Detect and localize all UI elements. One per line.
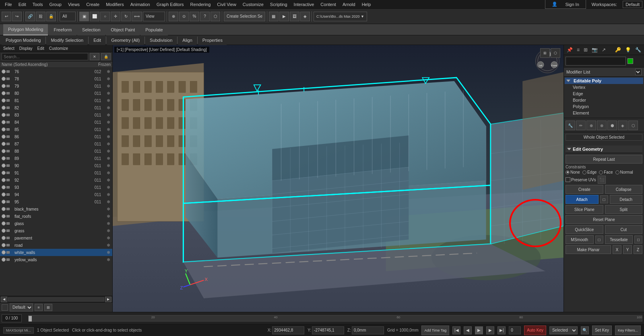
sub-tab-polygon-modeling[interactable]: Polygon Modeling [2,35,45,45]
rp-tool-6[interactable]: ◈ [618,121,627,130]
rp-tool-5[interactable]: ⬢ [607,121,617,130]
menu-animation[interactable]: Animation [127,1,153,8]
list-item[interactable]: 90 011 ❄ [0,162,112,169]
modifier-element[interactable]: Element [565,110,643,116]
play-button[interactable]: ▶ [475,326,483,334]
search-button[interactable]: 🔍 [581,326,589,334]
viewport-maximize-btn[interactable]: ⊞ [540,48,550,58]
go-start-button[interactable]: |◀ [452,326,460,334]
scene-frozen-column-header[interactable]: Frozen [87,62,111,67]
list-item[interactable]: 83 011 ❄ [0,111,112,119]
scene-search-input[interactable] [2,53,88,60]
prev-frame-button[interactable]: ◀ [464,326,472,334]
list-item-grass[interactable]: grass ❄ [0,227,112,234]
sub-tab-modify-selection[interactable]: Modify Selection [47,35,87,45]
timeline-track[interactable]: 0 20 40 60 80 100 [28,315,642,322]
scroll-right-btn[interactable]: ▶ [105,297,111,302]
list-item-yellow-walls[interactable]: yellow_walls ❄ [0,256,112,263]
layer-icon-btn-2[interactable]: ⊞ [44,304,52,311]
menu-file[interactable]: File [2,1,15,8]
lasso-button[interactable]: ○ [100,12,110,21]
frame-counter-input[interactable] [509,326,521,334]
list-item[interactable]: 91 011 ❄ [0,169,112,176]
rp-tool-4[interactable]: ⊗ [597,121,607,130]
set-key-button[interactable]: Set Key [592,326,612,335]
repeat-last-button[interactable]: Repeat Last [566,155,642,164]
menu-graph-editors[interactable]: Graph Editors [153,1,187,8]
scene-edit-btn[interactable]: Edit [36,46,46,51]
list-item[interactable]: 87 011 ❄ [0,140,112,148]
x-coord-input[interactable] [272,326,304,334]
timeline-thumb[interactable] [29,316,32,322]
link-button[interactable]: 🔗 [25,12,35,21]
xyz-z-button[interactable]: Z [634,245,642,254]
menu-scripting[interactable]: Scripting [267,1,291,8]
list-item[interactable]: 80 011 ❄ [0,90,112,97]
rotate-button[interactable]: ↻ [121,12,131,21]
redo-button[interactable]: ↪ [12,12,22,21]
constraint-normal[interactable]: Normal [615,170,633,174]
collapse-button[interactable]: Collapse [605,185,643,194]
reset-plane-button[interactable]: Reset Plane [566,215,642,224]
display-icon[interactable]: 💡 [624,47,632,53]
menu-rendering[interactable]: Rendering [187,1,214,8]
next-frame-button[interactable]: ▶ [486,326,494,334]
menu-tools[interactable]: Tools [29,1,46,8]
list-item[interactable]: 95 011 ❄ [0,198,112,205]
select-icon[interactable]: ↗ [601,47,607,53]
spinner-snap-button[interactable]: ? [200,12,210,21]
list-item[interactable]: 88 011 ❄ [0,148,112,155]
key-filters-button[interactable]: Key Filters... [615,326,641,335]
menu-group[interactable]: Group [46,1,65,8]
sub-tab-properties[interactable]: Properties [198,35,227,45]
create-selection-set-button[interactable]: Create Selection Se [224,12,265,21]
list-item[interactable]: 82 011 ❄ [0,104,112,111]
constraint-face[interactable]: Face [599,170,613,174]
rp-tool-7[interactable]: ⬡ [628,121,638,130]
utilities-icon[interactable]: 🔧 [634,47,642,53]
list-item-road[interactable]: road ❄ [0,242,112,249]
scroll-left-btn[interactable]: ◀ [1,297,7,302]
workspace-selector[interactable]: Default [623,1,642,8]
list-item-glass[interactable]: glass ❄ [0,220,112,227]
render-button[interactable]: ▶ [279,12,289,21]
ribbon-tab-freeform[interactable]: Freeform [49,24,76,35]
list-item[interactable]: 92 011 ❄ [0,176,112,184]
list-item-pavement[interactable]: pavement ❄ [0,234,112,242]
scene-customize-btn[interactable]: Customize [47,46,70,51]
scale-button[interactable]: ⟺ [132,12,142,21]
menu-views[interactable]: Views [65,1,83,8]
add-time-tag-button[interactable]: Add Time Tag [421,326,449,335]
y-coord-input[interactable] [312,326,344,334]
list-item[interactable]: 81 011 ❄ [0,97,112,104]
list-item[interactable]: 78 011 ❄ [0,75,112,82]
rp-tool-1[interactable]: 🔧 [566,121,575,130]
list-item[interactable]: 85 011 ❄ [0,126,112,133]
modifier-editable-poly[interactable]: Editable Poly [565,78,643,84]
view-selector[interactable]: View [143,12,165,21]
layer-select[interactable]: Default [10,303,33,311]
bind-button[interactable]: 🔒 [46,12,56,21]
menu-arnold[interactable]: Arnold [339,1,359,8]
rp-tool-2[interactable]: ✏ [576,121,586,130]
ribbon-tab-selection[interactable]: Selection [77,24,105,35]
xyz-y-button[interactable]: Y [623,245,632,254]
camera-icon[interactable]: 📷 [590,47,599,53]
pin-icon[interactable]: 📌 [566,47,574,53]
select-button[interactable]: ▣ [79,12,89,21]
menu-help[interactable]: Help [359,1,374,8]
modifier-border[interactable]: Border [565,97,643,103]
scene-name-column-header[interactable]: Name (Sorted Ascending) [2,62,87,67]
list-item-flat-roofs[interactable]: flat_roofs ❄ [0,213,112,220]
detach-button[interactable]: Detach [610,195,643,204]
attach-settings-btn[interactable]: □ [600,195,608,203]
menu-customize[interactable]: Customize [239,1,267,8]
list-icon[interactable]: ≡ [576,47,581,53]
z-coord-input[interactable] [352,326,384,334]
list-item-black-frames[interactable]: black_frames ❄ [0,205,112,213]
list-item[interactable]: 94 011 ❄ [0,191,112,198]
edit-geometry-title[interactable]: Edit Geometry [566,145,642,153]
mirror-button[interactable]: ⬡ [211,12,220,21]
angle-snap-button[interactable]: ⊙ [179,12,189,21]
sub-tab-geometry-all[interactable]: Geometry (All) [107,35,144,45]
